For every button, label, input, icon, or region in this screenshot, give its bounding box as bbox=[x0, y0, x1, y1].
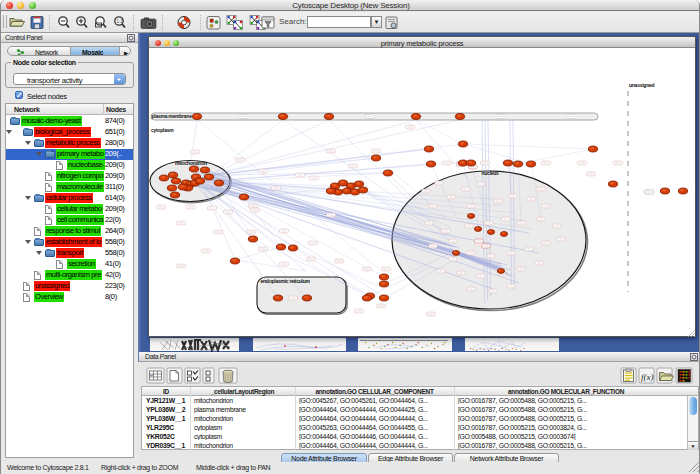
svg-text:plasma membrane: plasma membrane bbox=[152, 113, 193, 119]
svg-text:endoplasmic reticulum: endoplasmic reticulum bbox=[261, 278, 311, 284]
svg-text:unassigned: unassigned bbox=[629, 82, 654, 88]
svg-text:1:1: 1:1 bbox=[116, 19, 123, 24]
svg-text:cytoplasm: cytoplasm bbox=[151, 127, 174, 133]
svg-text:mitochondrion: mitochondrion bbox=[175, 160, 207, 166]
svg-text:f(x): f(x) bbox=[641, 372, 654, 382]
svg-text:nucleus: nucleus bbox=[482, 170, 500, 176]
